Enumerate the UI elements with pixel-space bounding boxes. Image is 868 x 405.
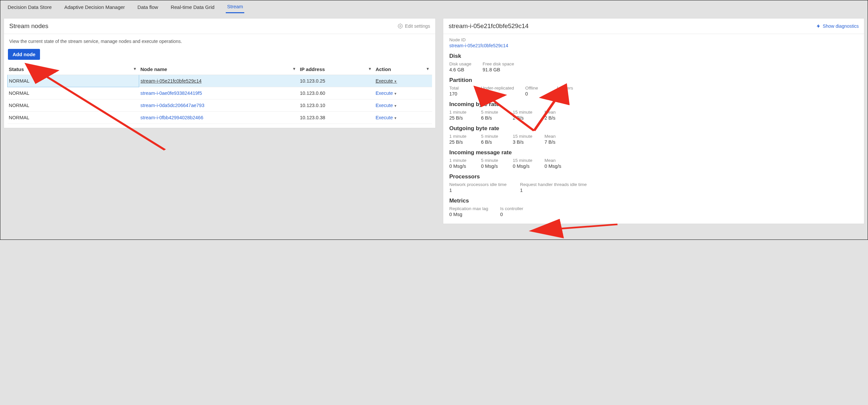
ip-cell: 10.123.0.38 — [299, 112, 374, 124]
show-diagnostics-label: Show diagnostics — [823, 24, 859, 29]
status-cell: NORMAL — [8, 112, 139, 124]
tab-adaptive-decision-manager[interactable]: Adaptive Decision Manager — [63, 1, 126, 13]
tab-decision-data-store[interactable]: Decision Data Store — [6, 1, 53, 13]
incoming-byte-rate-title: Incoming byte rate — [449, 101, 858, 108]
disk-title: Disk — [449, 53, 858, 60]
tab-data-flow[interactable]: Data flow — [136, 1, 160, 13]
node-id-link[interactable]: stream-i-05e21fc0bfe529c14 — [449, 43, 508, 48]
add-node-button[interactable]: Add node — [8, 49, 40, 60]
edit-settings-label: Edit settings — [405, 24, 430, 29]
lightning-icon — [816, 24, 821, 29]
filter-icon[interactable]: ▾ — [134, 66, 136, 71]
stream-nodes-panel: Stream nodes Edit settings View the curr… — [4, 18, 436, 128]
processors-title: Processors — [449, 173, 858, 180]
filter-icon[interactable]: ▾ — [427, 66, 429, 71]
node-detail-panel: stream-i-05e21fc0bfe529c14 Show diagnost… — [443, 18, 864, 224]
execute-action[interactable]: Execute — [375, 103, 397, 108]
panel-description: View the current state of the stream ser… — [4, 34, 435, 44]
outgoing-byte-rate-title: Outgoing byte rate — [449, 125, 858, 132]
tab-realtime-data-grid[interactable]: Real-time Data Grid — [169, 1, 216, 13]
node-name-link[interactable]: stream-i-0ae0fe933824419f5 — [141, 91, 202, 96]
node-name-link[interactable]: stream-i-0da5dc206647ae793 — [141, 103, 204, 108]
execute-action[interactable]: Execute — [375, 91, 397, 96]
execute-action[interactable]: Execute — [375, 78, 397, 83]
node-id-label: Node ID — [449, 37, 858, 42]
top-tabs: Decision Data Store Adaptive Decision Ma… — [0, 0, 868, 13]
free-disk-label: Free disk space — [483, 62, 514, 66]
execute-action[interactable]: Execute — [375, 115, 397, 120]
status-cell: NORMAL — [8, 99, 139, 112]
col-action[interactable]: Action▾ — [374, 64, 432, 75]
node-name-link[interactable]: stream-i-05e21fc0bfe529c14 — [141, 78, 202, 83]
detail-title: stream-i-05e21fc0bfe529c14 — [448, 23, 529, 30]
table-row[interactable]: NORMALstream-i-05e21fc0bfe529c1410.123.0… — [8, 75, 432, 87]
col-node-name[interactable]: Node name▾ — [139, 64, 299, 75]
panel-title: Stream nodes — [9, 23, 48, 30]
table-row[interactable]: NORMALstream-i-0ae0fe933824419f510.123.0… — [8, 87, 432, 99]
show-diagnostics-button[interactable]: Show diagnostics — [816, 24, 859, 29]
status-cell: NORMAL — [8, 75, 139, 87]
ip-cell: 10.123.0.25 — [299, 75, 374, 87]
col-status[interactable]: Status▾ — [8, 64, 139, 75]
col-ip[interactable]: IP address▾ — [299, 64, 374, 75]
free-disk-value: 91.8 GB — [483, 67, 514, 72]
filter-icon[interactable]: ▾ — [369, 66, 371, 71]
nodes-table: Status▾ Node name▾ IP address▾ Action▾ N… — [7, 64, 432, 124]
metrics-title: Metrics — [449, 198, 858, 204]
disk-usage-value: 4.6 GB — [449, 67, 471, 72]
status-cell: NORMAL — [8, 87, 139, 99]
edit-settings-button[interactable]: Edit settings — [398, 24, 430, 29]
filter-icon[interactable]: ▾ — [293, 66, 295, 71]
disk-usage-label: Disk usage — [449, 62, 471, 66]
gear-icon — [398, 24, 403, 29]
incoming-msg-rate-title: Incoming message rate — [449, 149, 858, 156]
partition-title: Partition — [449, 77, 858, 83]
table-row[interactable]: NORMALstream-i-0da5dc206647ae79310.123.0… — [8, 99, 432, 112]
node-name-link[interactable]: stream-i-0fbb42994028b2466 — [141, 115, 203, 120]
ip-cell: 10.123.0.10 — [299, 99, 374, 112]
table-row[interactable]: NORMALstream-i-0fbb42994028b246610.123.0… — [8, 112, 432, 124]
tab-stream[interactable]: Stream — [226, 1, 244, 13]
svg-point-0 — [400, 26, 401, 27]
ip-cell: 10.123.0.60 — [299, 87, 374, 99]
